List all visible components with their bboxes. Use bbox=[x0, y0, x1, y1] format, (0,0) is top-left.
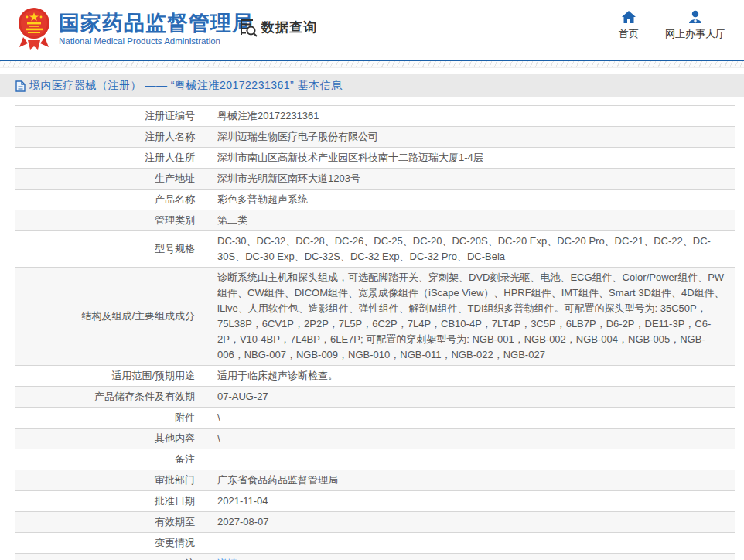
row-value: 2027-08-07 bbox=[206, 512, 735, 533]
nav-service-hall[interactable]: 网上办事大厅 bbox=[665, 10, 725, 41]
user-icon bbox=[688, 10, 703, 24]
row-label: 注册人名称 bbox=[15, 127, 206, 148]
row-value: \ bbox=[206, 408, 735, 429]
row-value-text: 诊断系统由主机和探头组成，可选配脚踏开关、穿刺架、DVD刻录光驱、电池、ECG组… bbox=[217, 271, 725, 360]
breadcrumb: 境内医疗器械（注册） —— “粤械注准20172231361” 基本信息 bbox=[0, 74, 744, 97]
table-row: 型号规格DC-30、DC-32、DC-28、DC-26、DC-25、DC-20、… bbox=[15, 231, 735, 268]
row-value: 彩色多普勒超声系统 bbox=[206, 190, 735, 210]
data-query-entry[interactable]: 数据查询 bbox=[237, 17, 317, 38]
row-value-text: 适用于临床超声诊断检查。 bbox=[217, 370, 338, 381]
nav-home-label: 首页 bbox=[619, 27, 639, 41]
row-value-text: \ bbox=[217, 411, 220, 423]
row-value-text: 2021-11-04 bbox=[217, 495, 268, 507]
home-icon bbox=[621, 10, 636, 24]
row-label: 型号规格 bbox=[15, 231, 206, 268]
row-label-text: 备注 bbox=[175, 453, 195, 465]
national-emblem-icon bbox=[17, 6, 51, 51]
row-label-text: 其他内容 bbox=[155, 432, 195, 444]
row-label-text: 注册人住所 bbox=[145, 152, 195, 163]
table-row: 结构及组成/主要组成成分诊断系统由主机和探头组成，可选配脚踏开关、穿刺架、DVD… bbox=[15, 268, 735, 366]
row-label-text: 产品名称 bbox=[155, 193, 195, 205]
row-label: 注册人住所 bbox=[15, 148, 206, 169]
table-row: 变更情况 bbox=[15, 533, 735, 554]
table-row: 注册人住所深圳市南山区高新技术产业园区科技南十二路迈瑞大厦1-4层 bbox=[15, 148, 735, 169]
row-value bbox=[206, 533, 735, 554]
data-query-icon bbox=[237, 17, 258, 38]
row-label-text: 生产地址 bbox=[155, 172, 195, 184]
row-value: 第二类 bbox=[206, 210, 735, 231]
site-header: 国家药品监督管理局 National Medical Products Admi… bbox=[0, 0, 744, 60]
row-label: 管理类别 bbox=[15, 210, 206, 231]
row-label: 有效期至 bbox=[15, 512, 206, 533]
table-row: 有效期至2027-08-07 bbox=[15, 512, 735, 533]
row-value-text: 广东省食品药品监督管理局 bbox=[217, 474, 338, 486]
row-value: 深圳市南山区高新技术产业园区科技南十二路迈瑞大厦1-4层 bbox=[206, 148, 735, 169]
row-label-text: 附件 bbox=[175, 411, 195, 423]
row-value: 深圳迈瑞生物医疗电子股份有限公司 bbox=[206, 127, 735, 148]
registration-info-table: 注册证编号粤械注准20172231361注册人名称深圳迈瑞生物医疗电子股份有限公… bbox=[15, 105, 735, 560]
row-value-text: DC-30、DC-32、DC-28、DC-26、DC-25、DC-20、DC-2… bbox=[217, 235, 711, 262]
row-label: 生产地址 bbox=[15, 169, 206, 190]
row-label-text: 审批部门 bbox=[155, 474, 195, 486]
table-row: 产品储存条件及有效期07-AUG-27 bbox=[15, 387, 735, 408]
nav-home[interactable]: 首页 bbox=[619, 10, 639, 41]
row-value: 详情 bbox=[206, 554, 735, 560]
table-row: 管理类别第二类 bbox=[15, 210, 735, 231]
table-row: 注详情 bbox=[15, 554, 735, 560]
row-value-text: 深圳市南山区高新技术产业园区科技南十二路迈瑞大厦1-4层 bbox=[217, 152, 483, 163]
row-value-text: \ bbox=[217, 432, 220, 444]
row-label-text: 批准日期 bbox=[155, 495, 195, 507]
row-value: DC-30、DC-32、DC-28、DC-26、DC-25、DC-20、DC-2… bbox=[206, 231, 735, 268]
registration-info-panel: 注册证编号粤械注准20172231361注册人名称深圳迈瑞生物医疗电子股份有限公… bbox=[15, 105, 735, 560]
row-label-text: 注册证编号 bbox=[145, 110, 195, 121]
row-label-text: 注册人名称 bbox=[145, 131, 195, 142]
row-value: 适用于临床超声诊断检查。 bbox=[206, 366, 735, 387]
table-row: 附件\ bbox=[15, 408, 735, 429]
row-label: 产品储存条件及有效期 bbox=[15, 387, 206, 408]
row-value: 广东省食品药品监督管理局 bbox=[206, 470, 735, 491]
info-table-body: 注册证编号粤械注准20172231361注册人名称深圳迈瑞生物医疗电子股份有限公… bbox=[15, 106, 735, 560]
row-label: 批准日期 bbox=[15, 491, 206, 512]
table-row: 其他内容\ bbox=[15, 429, 735, 449]
table-row: 注册证编号粤械注准20172231361 bbox=[15, 106, 735, 127]
row-label: 注 bbox=[15, 554, 206, 560]
row-label-text: 型号规格 bbox=[155, 243, 195, 254]
row-label: 审批部门 bbox=[15, 470, 206, 491]
row-value-text: 彩色多普勒超声系统 bbox=[217, 193, 308, 205]
data-query-label: 数据查询 bbox=[261, 19, 317, 36]
hatch-stripe-band bbox=[0, 61, 744, 68]
row-label: 注册证编号 bbox=[15, 106, 206, 127]
row-label-text: 结构及组成/主要组成成分 bbox=[81, 310, 195, 322]
row-label-text: 适用范围/预期用途 bbox=[111, 370, 195, 381]
brand-title-en: National Medical Products Administration bbox=[59, 36, 254, 46]
row-value: 诊断系统由主机和探头组成，可选配脚踏开关、穿刺架、DVD刻录光驱、电池、ECG组… bbox=[206, 268, 735, 366]
row-value: \ bbox=[206, 429, 735, 449]
row-value bbox=[206, 449, 735, 470]
row-label: 附件 bbox=[15, 408, 206, 429]
table-row: 注册人名称深圳迈瑞生物医疗电子股份有限公司 bbox=[15, 127, 735, 148]
row-value-text: 深圳市光明新区南环大道1203号 bbox=[217, 172, 360, 184]
site-logo[interactable]: 国家药品监督管理局 National Medical Products Admi… bbox=[17, 6, 254, 51]
row-value: 深圳市光明新区南环大道1203号 bbox=[206, 169, 735, 190]
row-label-text: 产品储存条件及有效期 bbox=[94, 391, 195, 402]
row-label: 结构及组成/主要组成成分 bbox=[15, 268, 206, 366]
row-label-text: 变更情况 bbox=[155, 537, 195, 548]
row-value-text: 2027-08-07 bbox=[217, 516, 269, 528]
row-value-text: 深圳迈瑞生物医疗电子股份有限公司 bbox=[217, 131, 378, 142]
table-row: 适用范围/预期用途适用于临床超声诊断检查。 bbox=[15, 366, 735, 387]
row-label-text: 有效期至 bbox=[155, 516, 195, 528]
row-value: 2021-11-04 bbox=[206, 491, 735, 512]
table-row: 审批部门广东省食品药品监督管理局 bbox=[15, 470, 735, 491]
row-label: 产品名称 bbox=[15, 190, 206, 210]
table-row: 产品名称彩色多普勒超声系统 bbox=[15, 190, 735, 210]
row-value: 07-AUG-27 bbox=[206, 387, 735, 408]
brand-title-cn: 国家药品监督管理局 bbox=[59, 12, 254, 35]
table-row: 生产地址深圳市光明新区南环大道1203号 bbox=[15, 169, 735, 190]
top-nav: 首页 网上办事大厅 bbox=[619, 10, 725, 41]
row-label: 适用范围/预期用途 bbox=[15, 366, 206, 387]
table-row: 备注 bbox=[15, 449, 735, 470]
row-label: 变更情况 bbox=[15, 533, 206, 554]
document-icon bbox=[15, 80, 26, 92]
row-label: 其他内容 bbox=[15, 429, 206, 449]
row-value: 粤械注准20172231361 bbox=[206, 106, 735, 127]
